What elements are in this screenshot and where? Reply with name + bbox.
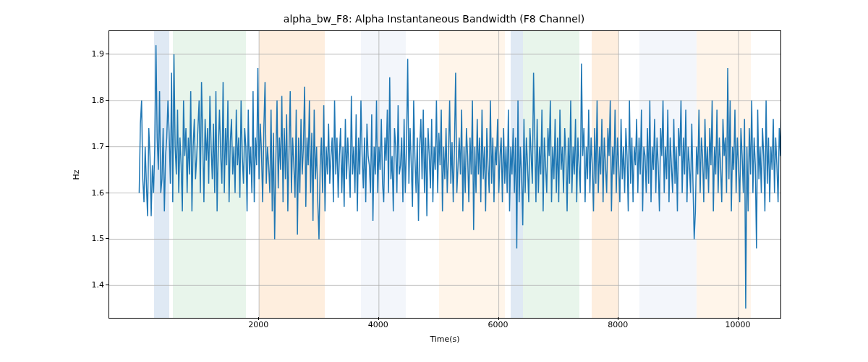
x-tick-label: 8000 bbox=[608, 320, 628, 329]
y-tick-mark bbox=[106, 193, 109, 193]
x-tick-label: 6000 bbox=[488, 320, 509, 329]
y-axis-label: Hz bbox=[71, 30, 81, 319]
y-tick-mark bbox=[106, 238, 109, 239]
plot-area bbox=[109, 30, 781, 319]
figure: alpha_bw_F8: Alpha Instantaneous Bandwid… bbox=[0, 0, 868, 362]
x-tick-mark bbox=[258, 317, 259, 320]
y-tick-label: 1.8 bbox=[75, 95, 104, 104]
y-tick-label: 1.9 bbox=[75, 49, 104, 58]
x-tick-mark bbox=[498, 317, 499, 320]
x-tick-label: 2000 bbox=[248, 320, 268, 329]
x-tick-label: 10000 bbox=[726, 320, 751, 329]
y-tick-label: 1.6 bbox=[75, 188, 104, 197]
y-tick-label: 1.5 bbox=[75, 234, 104, 243]
x-tick-mark bbox=[378, 317, 379, 320]
y-tick-label: 1.4 bbox=[75, 280, 104, 290]
y-tick-mark bbox=[106, 100, 109, 101]
data-line bbox=[109, 31, 780, 318]
y-tick-label: 1.7 bbox=[75, 141, 104, 151]
x-axis-label: Time(s) bbox=[109, 334, 781, 344]
x-tick-label: 4000 bbox=[368, 320, 388, 329]
y-tick-mark bbox=[106, 146, 109, 147]
x-tick-mark bbox=[618, 317, 618, 320]
series-alpha_bw_F8 bbox=[139, 45, 780, 308]
x-tick-mark bbox=[738, 317, 739, 320]
y-tick-mark bbox=[106, 54, 109, 54]
y-tick-mark bbox=[106, 285, 109, 285]
chart-title: alpha_bw_F8: Alpha Instantaneous Bandwid… bbox=[0, 13, 868, 25]
